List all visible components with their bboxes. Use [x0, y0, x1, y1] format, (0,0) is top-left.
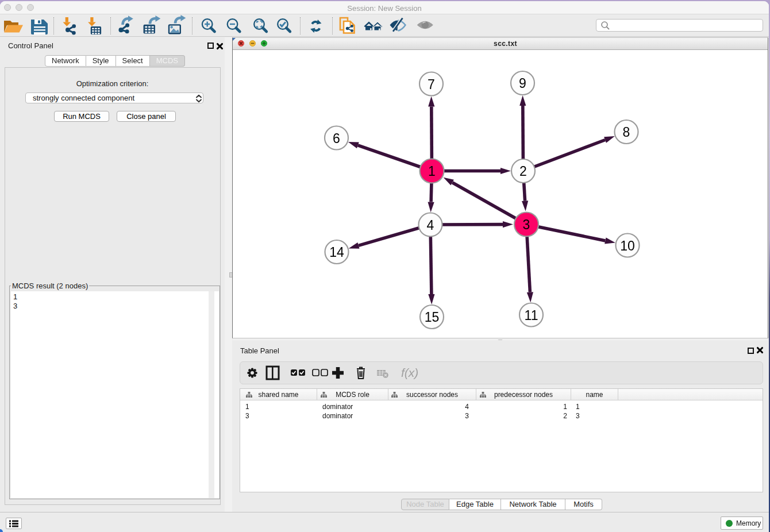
svg-text:7: 7 — [428, 77, 435, 92]
svg-text:4: 4 — [427, 218, 434, 233]
svg-text:f(x): f(x) — [401, 366, 418, 379]
svg-text:2: 2 — [519, 164, 527, 179]
svg-text:8: 8 — [623, 125, 630, 140]
svg-text:14: 14 — [329, 245, 344, 260]
svg-text:10: 10 — [620, 238, 635, 253]
svg-text:1: 1 — [428, 164, 436, 179]
svg-text:11: 11 — [525, 308, 538, 323]
svg-text:9: 9 — [519, 76, 526, 91]
svg-text:3: 3 — [523, 217, 530, 232]
svg-text:6: 6 — [333, 131, 340, 146]
svg-text:15: 15 — [425, 310, 440, 325]
